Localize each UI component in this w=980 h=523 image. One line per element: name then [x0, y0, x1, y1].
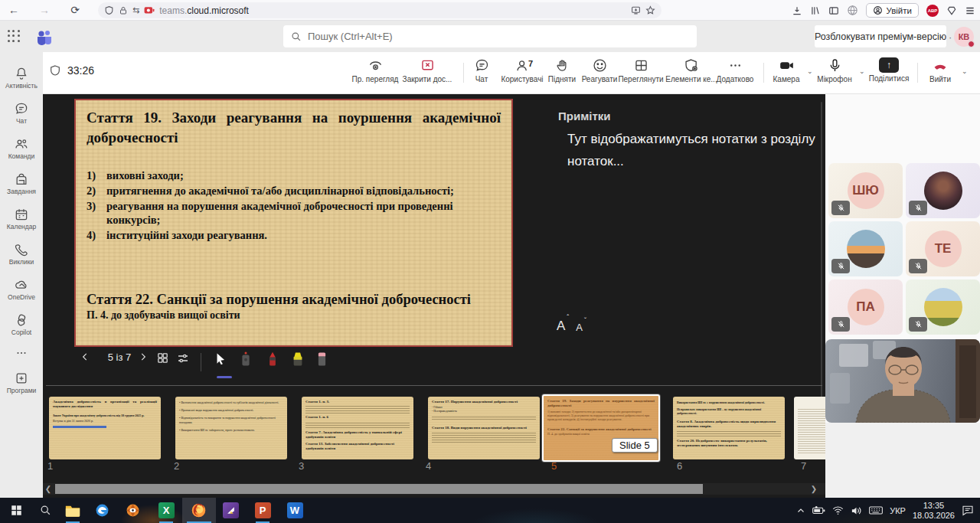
- start-button[interactable]: [6, 501, 26, 520]
- notes-scrollbar[interactable]: [821, 102, 822, 431]
- menu-icon[interactable]: [965, 5, 975, 16]
- scroll-right-icon[interactable]: ❯: [808, 483, 819, 495]
- leave-chevron-icon[interactable]: ⌄: [962, 67, 968, 75]
- sidebar-item-apps[interactable]: Програми: [0, 364, 43, 400]
- private-view-button[interactable]: Пр. перегляд: [348, 57, 403, 83]
- pen-tool-button[interactable]: [266, 351, 279, 367]
- waffle-icon[interactable]: [8, 30, 21, 43]
- filmstrip-scrollbar[interactable]: ❮ ❯: [43, 483, 825, 495]
- grid-view-button[interactable]: [156, 351, 169, 364]
- participant-photo-portrait: [924, 172, 962, 210]
- thumbnail-number: 7: [801, 460, 806, 472]
- participant-tile[interactable]: ПА: [828, 279, 903, 335]
- reload-icon[interactable]: ⟳: [67, 2, 83, 18]
- sidebar-item-activity[interactable]: Активність: [0, 60, 43, 95]
- speaker-icon[interactable]: [851, 505, 862, 516]
- teams-logo-icon[interactable]: [35, 28, 54, 46]
- stop-sharing-button[interactable]: Закрити дос...: [397, 57, 458, 83]
- slide-thumbnail-4[interactable]: Стаття 17. Порушення академічної доброче…: [428, 397, 540, 459]
- participant-tile[interactable]: [906, 163, 980, 218]
- prev-slide-button[interactable]: [80, 351, 90, 362]
- slide-thumbnail-6[interactable]: Використання ШІ не є порушенням академіч…: [673, 397, 785, 459]
- micro-text-lines: [432, 415, 536, 420]
- scroll-left-icon[interactable]: ❮: [43, 483, 54, 495]
- file-explorer-icon[interactable]: [63, 501, 83, 520]
- address-bar[interactable]: ⇆ teams.cloud.microsoft: [98, 2, 662, 18]
- powerpoint-icon[interactable]: P: [253, 501, 273, 520]
- tray-expand-icon[interactable]: [796, 506, 805, 515]
- recording-indicator-icon[interactable]: [144, 6, 155, 15]
- taskbar-clock[interactable]: 13:35 18.03.2026: [913, 501, 955, 521]
- camera-button[interactable]: Камера: [766, 57, 806, 83]
- cursor-tool-button[interactable]: [213, 351, 227, 366]
- font-increase-button[interactable]: Aˆ: [557, 319, 565, 334]
- participant-tile[interactable]: ТЕ: [906, 221, 980, 276]
- slide-page-indicator: 5 із 7: [98, 351, 141, 363]
- action-center-icon[interactable]: [962, 505, 974, 516]
- taskbar-search-icon[interactable]: [35, 501, 55, 520]
- more-button[interactable]: Додатково: [710, 57, 760, 83]
- library-icon[interactable]: [810, 5, 821, 16]
- firefox-icon[interactable]: [188, 501, 208, 520]
- screen-recorder-icon[interactable]: [122, 501, 142, 520]
- downloads-icon[interactable]: [792, 5, 802, 16]
- bookmark-star-icon[interactable]: [645, 5, 655, 15]
- browser-actions: Увійти ABP: [792, 2, 975, 18]
- word-icon[interactable]: W: [285, 501, 305, 520]
- sidebar-item-chat[interactable]: Чат: [0, 95, 43, 130]
- mic-button[interactable]: Мікрофон: [812, 57, 858, 83]
- slide-settings-button[interactable]: [176, 351, 190, 365]
- purple-app-icon[interactable]: [220, 501, 240, 520]
- adblock-extension-icon[interactable]: ABP: [926, 5, 939, 17]
- back-icon[interactable]: ←: [6, 2, 21, 18]
- sidebar-toggle-icon[interactable]: [828, 5, 839, 16]
- next-slide-button[interactable]: [138, 351, 149, 362]
- slide-thumbnail-2[interactable]: • Визначення академічної доброчесності т…: [175, 397, 287, 459]
- sliders-icon: [176, 351, 190, 365]
- presenter-video[interactable]: [825, 339, 980, 423]
- leave-button[interactable]: Вийти: [922, 57, 959, 83]
- sidebar-item-calls[interactable]: Виклики: [0, 236, 43, 271]
- eraser-tool-button[interactable]: [316, 351, 328, 367]
- font-decrease-button[interactable]: Aˇ: [576, 322, 583, 337]
- edge-icon[interactable]: [92, 501, 112, 520]
- unlock-premium-button[interactable]: Розблокувати преміум-версію: [815, 25, 946, 47]
- slide-thumbnail-1[interactable]: Академічна доброчесність в організації т…: [49, 397, 161, 459]
- share-button[interactable]: ↑ Поділитися: [864, 57, 914, 83]
- shield-permissions-icon[interactable]: [104, 5, 114, 15]
- sidebar-item-assignments[interactable]: Завдання: [0, 165, 43, 201]
- save-page-icon[interactable]: [631, 5, 641, 15]
- sidebar-item-calendar[interactable]: Календар: [0, 201, 43, 236]
- container-icon[interactable]: ⇆: [132, 5, 139, 15]
- extension-icon[interactable]: [946, 5, 957, 16]
- sidebar-more-button[interactable]: [0, 342, 43, 364]
- participant-tile[interactable]: [906, 279, 980, 335]
- account-icon: [873, 5, 883, 15]
- timer-text: 33:26: [67, 64, 94, 77]
- sidebar-item-onedrive[interactable]: OneDrive: [0, 271, 43, 306]
- mic-off-icon: [831, 259, 850, 273]
- highlighter-tool-button[interactable]: [291, 351, 305, 367]
- laser-tool-button[interactable]: [240, 351, 252, 367]
- calendar-icon: [14, 207, 29, 222]
- search-input[interactable]: Пошук (Ctrl+Alt+E): [283, 25, 697, 47]
- lock-icon[interactable]: [119, 6, 128, 15]
- excel-icon[interactable]: X: [156, 501, 176, 520]
- participant-tile[interactable]: ШЮ: [828, 163, 903, 218]
- touch-keyboard-icon[interactable]: [869, 505, 883, 515]
- scrollbar-thumb[interactable]: [55, 484, 703, 494]
- sidebar-item-copilot[interactable]: Copilot: [0, 306, 43, 342]
- header-separator: ·: [949, 31, 952, 43]
- signin-button[interactable]: Увійти: [866, 3, 919, 18]
- participant-tile[interactable]: [828, 221, 903, 276]
- thumbnail-number-active: 5: [551, 460, 557, 472]
- language-indicator[interactable]: УКР: [890, 506, 906, 515]
- micro-text-lines: [432, 432, 536, 443]
- extensions-globe-icon[interactable]: [847, 5, 858, 16]
- forward-icon[interactable]: →: [37, 2, 52, 18]
- battery-icon[interactable]: [812, 505, 825, 515]
- slide-thumbnail-3[interactable]: Стаття 1. п. 3. Стаття 1. п. 6 Стаття 7.…: [302, 397, 413, 459]
- meeting-stage: Стаття 19. Заходи реагування на поуршенн…: [43, 94, 825, 498]
- sidebar-item-teams[interactable]: Команди: [0, 130, 43, 165]
- wifi-icon[interactable]: [832, 505, 844, 515]
